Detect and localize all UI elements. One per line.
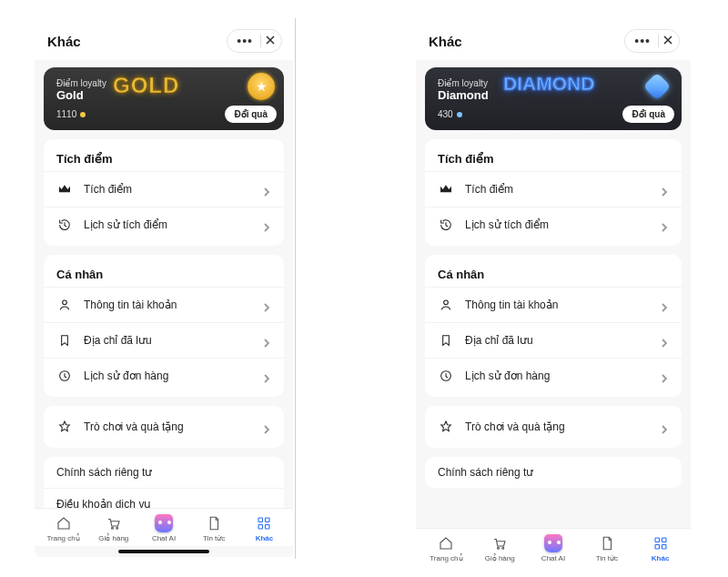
user-icon xyxy=(56,297,73,313)
chevron-right-icon xyxy=(660,370,671,381)
nav-chatai[interactable]: Chat AI xyxy=(138,514,188,542)
grid-icon xyxy=(255,514,273,532)
home-icon xyxy=(55,514,73,532)
cart-icon xyxy=(490,534,509,552)
exchange-button[interactable]: Đổi quà xyxy=(225,106,277,123)
doc-icon xyxy=(205,514,223,532)
nav-news[interactable]: Tin tức xyxy=(580,534,633,562)
chatai-icon xyxy=(155,514,173,532)
phone-right: Khác ••• Điểm loyalty Diamond DIAMOND 43… xyxy=(416,20,691,566)
tier-display: DIAMOND xyxy=(503,73,594,95)
row-account[interactable]: Thông tin tài khoản xyxy=(425,287,682,322)
row-order-history[interactable]: Lịch sử đơn hàng xyxy=(44,358,284,393)
nav-cart[interactable]: Giỏ hàng xyxy=(88,514,138,542)
chevron-right-icon xyxy=(262,370,273,381)
loyalty-card[interactable]: Điểm loyalty Gold GOLD 1110 Đổi quà xyxy=(44,67,284,130)
grid-icon xyxy=(652,534,670,552)
control-separator xyxy=(260,35,261,47)
nav-home[interactable]: Trang chủ xyxy=(420,534,473,562)
row-points-history[interactable]: Lịch sử tích điểm xyxy=(44,207,284,242)
star-icon xyxy=(56,419,73,435)
svg-point-3 xyxy=(116,527,118,529)
svg-rect-7 xyxy=(266,525,270,530)
cart-icon xyxy=(105,514,123,532)
loyalty-card[interactable]: Điểm loyalty Diamond DIAMOND 430 Đổi quà xyxy=(425,67,682,130)
row-order-history[interactable]: Lịch sử đơn hàng xyxy=(425,358,682,393)
nav-label: Giỏ hàng xyxy=(485,554,515,562)
topbar: Khác ••• xyxy=(416,20,691,60)
svg-rect-5 xyxy=(266,518,270,522)
svg-point-2 xyxy=(111,527,113,529)
history-icon xyxy=(438,217,454,233)
chevron-right-icon xyxy=(660,219,671,230)
nav-home[interactable]: Trang chủ xyxy=(38,514,88,542)
chevron-right-icon xyxy=(660,299,671,310)
row-account[interactable]: Thông tin tài khoản xyxy=(44,287,284,322)
chevron-right-icon xyxy=(660,184,671,195)
clock-icon xyxy=(56,368,73,384)
chevron-right-icon xyxy=(660,421,671,432)
exchange-button[interactable]: Đổi quà xyxy=(622,106,674,123)
nav-label: Tin tức xyxy=(596,554,618,562)
row-label: Chính sách riêng tư xyxy=(438,466,671,479)
row-earn-points[interactable]: Tích điểm xyxy=(425,171,682,207)
phone-left: Khác ••• Điểm loyalty Gold GOLD 1110 Đổi… xyxy=(35,20,293,557)
coin-icon xyxy=(457,112,462,117)
close-button[interactable] xyxy=(265,33,276,49)
row-addresses[interactable]: Địa chỉ đã lưu xyxy=(44,322,284,358)
row-privacy[interactable]: Chính sách riêng tư xyxy=(44,457,284,488)
star-icon xyxy=(438,419,454,435)
section-title: Tích điểm xyxy=(44,143,284,171)
topbar-controls: ••• xyxy=(227,29,282,53)
nav-more[interactable]: Khác xyxy=(239,514,289,542)
more-icon[interactable]: ••• xyxy=(233,34,257,48)
control-separator xyxy=(658,35,659,47)
close-button[interactable] xyxy=(662,33,673,49)
chatai-icon xyxy=(544,534,562,552)
nav-label: Chat AI xyxy=(152,534,176,542)
svg-rect-14 xyxy=(655,545,660,550)
row-terms[interactable]: Điều khoản dịch vụ xyxy=(44,488,284,508)
nav-label: Khác xyxy=(652,554,670,562)
section-personal: Cá nhân Thông tin tài khoản Địa chỉ đã l… xyxy=(425,255,682,397)
nav-news[interactable]: Tin tức xyxy=(189,514,239,542)
row-label: Địa chỉ đã lưu xyxy=(465,334,649,347)
section-games: Trò chơi và quà tặng xyxy=(44,406,284,448)
row-games[interactable]: Trò chơi và quà tặng xyxy=(44,410,284,444)
chevron-right-icon xyxy=(262,219,273,230)
nav-label: Chat AI xyxy=(541,554,565,562)
row-points-history[interactable]: Lịch sử tích điểm xyxy=(425,207,682,242)
topbar: Khác ••• xyxy=(35,20,293,60)
chevron-right-icon xyxy=(262,421,273,432)
row-label: Lịch sử tích điểm xyxy=(465,218,649,231)
history-icon xyxy=(56,217,73,233)
row-label: Lịch sử tích điểm xyxy=(84,218,251,231)
nav-label: Giỏ hàng xyxy=(98,534,128,542)
nav-label: Trang chủ xyxy=(46,534,79,542)
row-earn-points[interactable]: Tích điểm xyxy=(44,171,284,207)
doc-icon xyxy=(598,534,616,552)
coin-icon xyxy=(80,112,86,117)
svg-point-11 xyxy=(502,547,504,549)
row-label: Điều khoản dịch vụ xyxy=(56,498,273,508)
row-label: Tích điểm xyxy=(465,183,649,196)
row-label: Trò chơi và quà tặng xyxy=(84,420,251,433)
nav-cart[interactable]: Giỏ hàng xyxy=(473,534,527,562)
row-games[interactable]: Trò chơi và quà tặng xyxy=(425,410,682,444)
svg-point-0 xyxy=(63,300,67,305)
section-personal: Cá nhân Thông tin tài khoản Địa chỉ đã l… xyxy=(44,255,284,397)
row-privacy[interactable]: Chính sách riêng tư xyxy=(425,457,682,488)
svg-rect-4 xyxy=(258,518,263,522)
row-addresses[interactable]: Địa chỉ đã lưu xyxy=(425,322,682,358)
more-icon[interactable]: ••• xyxy=(631,34,654,48)
page-title: Khác xyxy=(429,34,462,49)
nav-label: Trang chủ xyxy=(430,554,462,562)
phone-divider xyxy=(295,18,296,559)
nav-chatai[interactable]: Chat AI xyxy=(527,534,581,562)
tier-display: GOLD xyxy=(113,73,179,98)
nav-more[interactable]: Khác xyxy=(633,534,687,562)
home-indicator xyxy=(118,550,209,553)
svg-rect-12 xyxy=(655,538,660,542)
section-title: Cá nhân xyxy=(44,258,284,287)
crown-icon xyxy=(438,181,454,197)
